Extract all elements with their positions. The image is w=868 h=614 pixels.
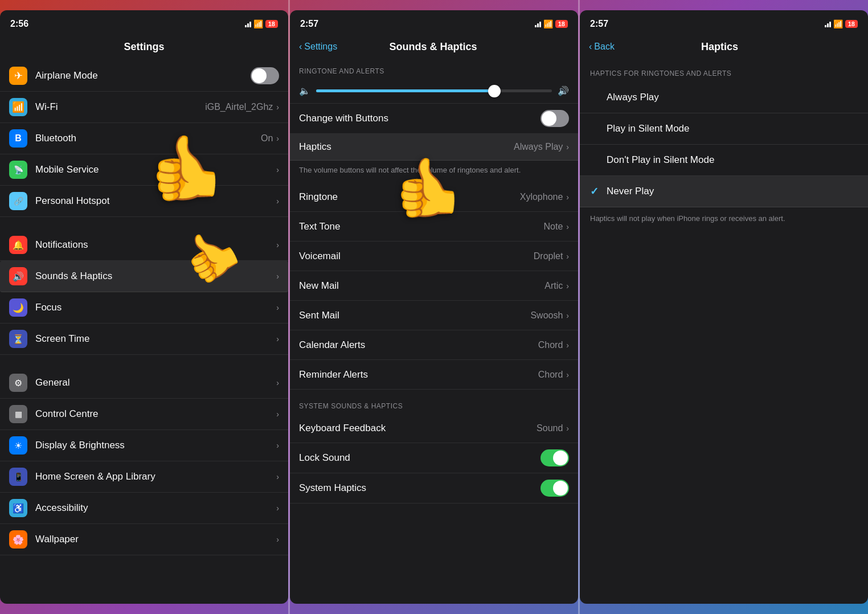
hotspot-label: Personal Hotspot xyxy=(35,195,276,207)
wifi-icon-1: 📶 xyxy=(253,19,263,28)
accessibility-chevron: › xyxy=(276,504,279,513)
row-reminders[interactable]: Reminder Alerts Chord › xyxy=(290,360,578,390)
sentmail-label: Sent Mail xyxy=(299,310,530,321)
row-bluetooth[interactable]: B Bluetooth On › xyxy=(0,123,288,154)
row-keyboard[interactable]: Keyboard Feedback Sound › xyxy=(290,414,578,443)
signal-bar-1 xyxy=(245,25,247,27)
haptics-list: HAPTICS FOR RINGTONES AND ALERTS ✓ Alway… xyxy=(580,60,868,604)
back-button-2[interactable]: ‹ Settings xyxy=(299,42,337,52)
row-sentmail[interactable]: Sent Mail Swoosh › xyxy=(290,301,578,330)
haptics-hint: The volume buttons will not affect the v… xyxy=(290,161,578,182)
mobile-icon: 📡 xyxy=(9,161,27,179)
bluetooth-label: Bluetooth xyxy=(35,133,261,144)
back-chevron-3: ‹ xyxy=(589,42,592,52)
reminders-label: Reminder Alerts xyxy=(299,369,538,380)
row-change-buttons[interactable]: Change with Buttons xyxy=(290,104,578,134)
volume-row[interactable]: 🔈 🔊 xyxy=(290,79,578,104)
option-never-play-label: Never Play xyxy=(607,186,654,197)
texttone-value: Note xyxy=(544,222,563,232)
wifi-chevron: › xyxy=(276,103,279,112)
time-2: 2:57 xyxy=(300,19,318,29)
bluetooth-icon: B xyxy=(9,129,27,148)
calendar-chevron: › xyxy=(566,341,569,350)
section-label-system: SYSTEM SOUNDS & HAPTICS xyxy=(290,395,578,414)
newmail-chevron: › xyxy=(566,281,569,290)
accessibility-label: Accessibility xyxy=(35,502,276,514)
volume-thumb[interactable] xyxy=(488,85,501,97)
airplane-label: Airplane Mode xyxy=(35,70,251,81)
sounds-icon: 🔊 xyxy=(9,267,27,285)
airplane-icon: ✈ xyxy=(9,67,27,85)
control-icon: ▦ xyxy=(9,405,27,423)
nav-bar-1: Settings xyxy=(0,35,288,60)
time-3: 2:57 xyxy=(590,19,608,29)
wallpaper-label: Wallpaper xyxy=(35,534,276,545)
locksound-toggle[interactable] xyxy=(541,449,569,466)
option-always-play[interactable]: ✓ Always Play xyxy=(580,82,868,113)
ringtone-chevron: › xyxy=(566,193,569,202)
row-newmail[interactable]: New Mail Artic › xyxy=(290,271,578,301)
homescreen-icon: 📱 xyxy=(9,468,27,486)
signal-bars-1 xyxy=(245,21,251,27)
screentime-label: Screen Time xyxy=(35,333,276,345)
row-ringtone[interactable]: Ringtone Xylophone › xyxy=(290,182,578,212)
row-locksound[interactable]: Lock Sound xyxy=(290,443,578,473)
row-display[interactable]: ☀ Display & Brightness › xyxy=(0,430,288,461)
screentime-chevron: › xyxy=(276,334,279,343)
row-wallpaper[interactable]: 🌸 Wallpaper › xyxy=(0,524,288,555)
change-buttons-knob xyxy=(542,111,556,126)
option-never-play[interactable]: ✓ Never Play xyxy=(580,176,868,207)
haptics-label: Haptics xyxy=(299,141,514,153)
wifi-icon-2: 📶 xyxy=(543,19,553,28)
sounds-chevron: › xyxy=(276,272,279,281)
row-wifi[interactable]: 📶 Wi-Fi iGB_Airtel_2Ghz › xyxy=(0,92,288,123)
row-texttone[interactable]: Text Tone Note › xyxy=(290,212,578,241)
wifi-label: Wi-Fi xyxy=(35,101,205,113)
row-voicemail[interactable]: Voicemail Droplet › xyxy=(290,241,578,271)
row-calendar[interactable]: Calendar Alerts Chord › xyxy=(290,330,578,360)
sentmail-value: Swoosh xyxy=(530,310,563,321)
status-icons-2: 📶 18 xyxy=(535,19,568,28)
general-chevron: › xyxy=(276,378,279,387)
haptics-value: Always Play xyxy=(514,142,563,152)
calendar-value: Chord xyxy=(538,340,563,350)
change-buttons-toggle[interactable] xyxy=(541,110,569,127)
panel-settings: 2:56 📶 18 Settings ✈ Airplane Mode xyxy=(0,10,288,604)
row-mobile[interactable]: 📡 Mobile Service › xyxy=(0,154,288,186)
airplane-toggle[interactable] xyxy=(251,67,279,84)
nav-bar-3: ‹ Back Haptics xyxy=(580,35,868,60)
systemhaptics-knob xyxy=(553,481,568,496)
focus-icon: 🌙 xyxy=(9,298,27,317)
volume-fill xyxy=(316,89,493,92)
locksound-knob xyxy=(553,451,568,465)
option-silent-mode[interactable]: ✓ Play in Silent Mode xyxy=(580,113,868,145)
keyboard-label: Keyboard Feedback xyxy=(299,423,537,434)
homescreen-label: Home Screen & App Library xyxy=(35,471,276,482)
back-button-3[interactable]: ‹ Back xyxy=(589,42,615,52)
locksound-label: Lock Sound xyxy=(299,452,541,464)
row-systemhaptics[interactable]: System Haptics xyxy=(290,473,578,504)
nav-bar-2: ‹ Settings Sounds & Haptics xyxy=(290,35,578,60)
settings-list-1: ✈ Airplane Mode 📶 Wi-Fi iGB_Airtel_2Ghz … xyxy=(0,60,288,604)
row-airplane-mode[interactable]: ✈ Airplane Mode xyxy=(0,60,288,92)
row-hotspot[interactable]: 🔗 Personal Hotspot › xyxy=(0,186,288,217)
row-control[interactable]: ▦ Control Centre › xyxy=(0,399,288,430)
status-icons-3: 📶 18 xyxy=(825,19,858,28)
row-homescreen[interactable]: 📱 Home Screen & App Library › xyxy=(0,461,288,493)
row-screentime[interactable]: ⏳ Screen Time › xyxy=(0,324,288,355)
row-sounds-haptics[interactable]: 🔊 Sounds & Haptics › xyxy=(0,261,288,292)
row-notifications[interactable]: 🔔 Notifications › xyxy=(0,230,288,261)
row-accessibility[interactable]: ♿ Accessibility › xyxy=(0,493,288,524)
row-focus[interactable]: 🌙 Focus › xyxy=(0,292,288,324)
wallpaper-chevron: › xyxy=(276,535,279,544)
row-haptics[interactable]: Haptics Always Play › xyxy=(290,134,578,161)
ringtone-value: Xylophone xyxy=(520,192,563,202)
row-general[interactable]: ⚙ General › xyxy=(0,367,288,399)
notifications-icon: 🔔 xyxy=(9,236,27,254)
panel1-title: Settings xyxy=(9,41,279,53)
volume-track[interactable] xyxy=(316,89,552,92)
signal-bar-3 xyxy=(249,22,251,27)
hotspot-chevron: › xyxy=(276,197,279,206)
option-no-silent[interactable]: ✓ Don't Play in Silent Mode xyxy=(580,145,868,176)
systemhaptics-toggle[interactable] xyxy=(541,480,569,497)
